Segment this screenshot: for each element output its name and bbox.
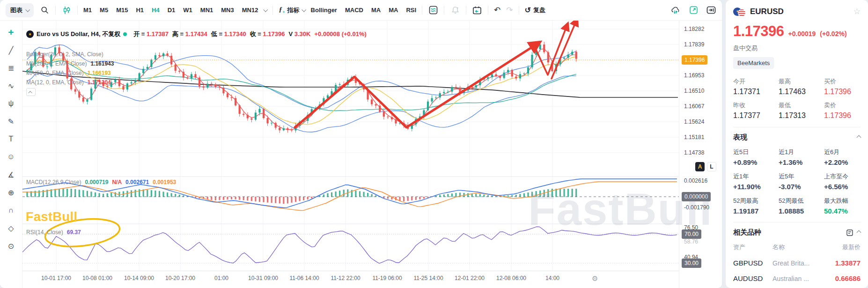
indicator-shortcut-macd-1[interactable]: MACD (345, 7, 363, 14)
indicator-row[interactable]: MA(50, 0, EMA, Close)1.166193 (26, 70, 111, 76)
price-axis-label: 1.16067 (684, 103, 704, 110)
price-axis[interactable]: 1.182821.178391.169531.165101.160671.156… (679, 21, 722, 288)
time-axis[interactable]: 10-01 17:0010-08 01:0010-14 09:0010-20 1… (22, 271, 679, 286)
undo-icon[interactable]: ↶ (494, 5, 500, 15)
candlestick-style-icon[interactable] (61, 5, 72, 16)
replay-icon: ↺ (525, 6, 531, 15)
replay-button[interactable]: ↺ 复盘 (525, 6, 545, 15)
fastbull-logo: FastBull (26, 210, 78, 224)
performance-stat: 近6月+2.20% (824, 148, 861, 166)
pitchfork-tool-icon[interactable]: ψ (5, 97, 17, 110)
indicator-shortcut-rsi-4[interactable]: RSI (406, 7, 416, 14)
timeframe-h1[interactable]: H1 (136, 7, 144, 14)
layout-templates-icon[interactable] (428, 5, 438, 16)
channel-tool-icon[interactable]: ≣ (5, 62, 17, 74)
quote-header: ✶ EURUSD ☆ (733, 7, 861, 16)
performance-section: 表现 近5日+0.89%近1月+1.36%近6月+2.20%近1年+11.90%… (733, 127, 861, 215)
indicator-row[interactable]: MA(12, 0, EMA, Close)1.171304 (26, 79, 111, 86)
time-axis-label: 12-08 06:00 (496, 275, 526, 281)
time-axis-label: 11-12 22:00 (331, 275, 360, 281)
indicator-row[interactable]: Bollinger(20, 0, 2, SMA, Close) (26, 51, 103, 58)
drawing-toolbar: +╱≣∿ψ✎T☺∡⊕∩◇⊙ (0, 21, 22, 288)
trendline-tool-icon[interactable]: ╱ (5, 44, 17, 56)
timeframe-m1[interactable]: M1 (83, 7, 92, 14)
chevron-down-icon (25, 7, 30, 12)
favorite-star-icon[interactable]: ☆ (853, 7, 861, 16)
wave-tool-icon[interactable]: ∿ (5, 80, 17, 92)
rsi-level-badge: 70.00 (682, 229, 701, 239)
performance-stat: 52周最高1.19187 (733, 197, 776, 215)
chart-type-label: 图表 (10, 6, 22, 15)
divider (519, 6, 519, 15)
performance-grid: 近5日+0.89%近1月+1.36%近6月+2.20%近1年+11.90%近5年… (733, 148, 861, 215)
timeframe-mn3[interactable]: MN3 (221, 7, 234, 14)
price-axis-label: 1.17839 (684, 41, 704, 48)
timeframe-mn1[interactable]: MN1 (200, 7, 213, 14)
indicator-row[interactable]: MA(200, 0, EMA, Close)1.161943 (26, 60, 114, 67)
price-change-pct: (+0.02%) (820, 30, 846, 37)
timeframe-h4[interactable]: H4 (152, 7, 160, 14)
measure-tool-icon[interactable]: ∡ (5, 169, 17, 181)
rsi-level-badge: 30.00 (682, 258, 701, 268)
timeframe-w1[interactable]: W1 (183, 7, 192, 14)
pin-tool-icon[interactable]: ⊙ (5, 240, 17, 252)
brush-tool-icon[interactable]: ✎ (5, 115, 17, 127)
share-icon[interactable] (688, 5, 699, 16)
related-symbol-row[interactable]: GBPUSDGreat Brita...1.33877 (733, 259, 861, 267)
symbol-icon: ✶ (26, 30, 34, 38)
auto-scale-button[interactable]: A (695, 162, 705, 171)
related-symbol-row[interactable]: AUDUSDAustralian ...0.66686 (733, 274, 861, 282)
redo-icon[interactable]: ↷ (506, 5, 513, 15)
timeframe-m15[interactable]: M15 (116, 7, 128, 14)
indicator-shortcut-ma-2[interactable]: MA (371, 7, 381, 14)
alert-bell-icon[interactable] (450, 5, 460, 16)
price-row: 1.17396 +0.00019 (+0.02%) (733, 23, 861, 40)
chart-canvas[interactable] (22, 21, 679, 271)
related-column-header: 资产 (733, 243, 772, 251)
quote-stats-grid: 今开1.17371最高1.17463买价1.17396昨收1.17377最低1.… (733, 77, 861, 120)
chart-type-menu[interactable]: 图表 (6, 3, 34, 17)
crosshair-tool-icon[interactable]: + (5, 26, 17, 38)
ohlc-label: 低 = (211, 30, 224, 37)
symbol-title: Euro vs US Dollar, H4, 不复权 (37, 30, 120, 38)
timeframe-d1[interactable]: D1 (168, 7, 176, 14)
chart-legend: ✶ Euro vs US Dollar, H4, 不复权 开 = 1.17387… (26, 30, 367, 38)
calendar-replay-icon[interactable] (472, 5, 482, 16)
time-axis-label: 10-08 01:00 (82, 275, 112, 281)
collapse-panel-icon[interactable] (706, 5, 716, 16)
search-icon[interactable] (39, 5, 50, 16)
magnet-tool-icon[interactable]: ∩ (5, 204, 17, 216)
performance-stat: 上市至今+6.56% (824, 172, 861, 191)
symbol-name: EURUSD (750, 7, 849, 16)
performance-stat: 近1年+11.90% (733, 172, 776, 191)
ohlc-values: 开 = 1.17387高 = 1.17434低 = 1.17340收 = 1.1… (130, 30, 367, 38)
chevron-up-icon[interactable] (857, 135, 861, 140)
cloud-sync-icon[interactable] (670, 5, 681, 16)
indicator-shortcut-ma-3[interactable]: MA (389, 7, 398, 14)
line-style-button[interactable]: L (707, 162, 716, 171)
timeframe-more-chevron-icon[interactable] (264, 7, 268, 12)
ohlc-label: 高 = (172, 30, 185, 37)
timeframe-m5[interactable]: M5 (100, 7, 108, 14)
broker-chip[interactable]: BeeMarkets (733, 57, 774, 69)
divider (444, 6, 444, 15)
chevron-down-icon (302, 7, 306, 12)
related-column-header: 名称 (772, 243, 825, 251)
price-axis-label: 1.14738 (684, 149, 704, 156)
indicator-shortcut-bollinger-0[interactable]: Bollinger (311, 7, 337, 14)
sticker-tool-icon[interactable]: ☺ (5, 151, 17, 163)
indicator-menu[interactable]: ƒ+ 指标 (279, 6, 305, 15)
ohlc-value: +0.00008 (+0.01%) (314, 30, 366, 37)
object-tool-icon[interactable]: ◇ (5, 222, 17, 234)
timeframe-mn12[interactable]: MN12 (242, 7, 258, 14)
divider (466, 6, 466, 15)
text-tool-icon[interactable]: T (5, 133, 17, 145)
price-change: +0.00019 (788, 30, 816, 37)
related-list-icon[interactable] (846, 229, 853, 236)
chevron-up-icon[interactable] (857, 230, 861, 235)
zoom-in-tool-icon[interactable]: ⊕ (5, 186, 17, 199)
macd-legend: MACD(12,26,9,Close)0.000719N/A0.0026710.… (26, 179, 176, 185)
legend-collapse-button[interactable] (26, 88, 36, 96)
related-table-body: GBPUSDGreat Brita...1.33877AUDUSDAustral… (733, 259, 861, 288)
quote-stat: 最高1.17463 (779, 77, 821, 96)
